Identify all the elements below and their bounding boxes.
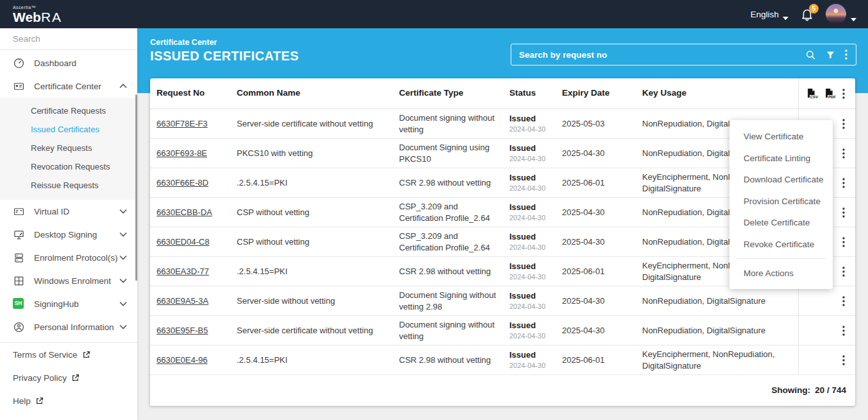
table-row: 6630E95F-B5Server-side certificate witho… <box>150 316 855 346</box>
status-badge: Issued <box>509 290 562 302</box>
menu-item-more-actions[interactable]: More Actions <box>729 261 833 285</box>
table-options-kebab-icon[interactable] <box>842 89 845 99</box>
sidebar-item-label: Enrolment Protocol(s) <box>34 253 119 263</box>
row-actions-kebab-icon[interactable] <box>842 355 845 365</box>
cell-certificate-type: CSR 2.98 without vetting <box>399 266 509 277</box>
cell-common-name: Server-side certificate without vetting <box>237 325 399 337</box>
menu-item-provision-certificate[interactable]: Provision Certificate <box>729 191 833 213</box>
sidebar-item-dashboard[interactable]: Dashboard <box>0 51 137 74</box>
row-actions-kebab-icon[interactable] <box>842 296 845 306</box>
request-no-link[interactable]: 6630E9A5-3A <box>157 296 208 306</box>
personal-information-icon <box>13 321 25 333</box>
cell-certificate-type: Document Signing without vetting 2.98 <box>399 290 509 312</box>
request-no-link[interactable]: 6630F66E-8D <box>157 178 208 188</box>
cell-request-no: 6630E9A5-3A <box>157 295 237 307</box>
row-actions-kebab-icon[interactable] <box>842 119 845 129</box>
status-badge: Issued <box>509 320 562 331</box>
certificate-center-submenu: Certificate RequestsIssued CertificatesR… <box>0 98 137 200</box>
export-csv-button[interactable]: CSV <box>806 88 817 99</box>
sidebar-item-windows-enrolment[interactable]: Windows Enrolment <box>0 269 137 292</box>
request-no-link[interactable]: 6630EA3D-77 <box>157 267 209 276</box>
sidebar-subitem-certificate-requests[interactable]: Certificate Requests <box>0 101 137 120</box>
request-no-link[interactable]: 6630ED04-C8 <box>157 237 209 247</box>
language-selector[interactable]: English <box>751 10 788 19</box>
status-date: 2024-04-30 <box>509 125 562 134</box>
desktop-signing-icon <box>13 229 25 241</box>
sidebar-link-help[interactable]: Help <box>0 389 137 412</box>
menu-item-certificate-linting[interactable]: Certificate Linting <box>729 148 833 170</box>
cell-common-name: CSP without vetting <box>237 207 399 218</box>
sidebar-search-input[interactable] <box>13 34 126 44</box>
showing-count: 20 / 744 <box>815 385 846 395</box>
sidebar-item-signinghub[interactable]: SHSigningHub <box>0 292 137 315</box>
sidebar-link-label: Terms of Service <box>13 350 78 360</box>
cell-expiry-date: 2025-06-01 <box>562 354 642 366</box>
cell-common-name: Server-side without vetting <box>237 295 399 307</box>
sidebar-item-label: Virtual ID <box>34 207 119 216</box>
cell-request-no: 6630E95F-B5 <box>157 325 237 337</box>
request-no-link[interactable]: 6630F78E-F3 <box>157 119 208 128</box>
sidebar-nav: DashboardCertificate CenterCertificate R… <box>0 50 137 338</box>
sidebar-link-privacy-policy[interactable]: Privacy Policy <box>0 366 137 389</box>
sidebar-scrollbar[interactable] <box>135 94 137 281</box>
sidebar-link-terms-of-service[interactable]: Terms of Service <box>0 343 137 366</box>
sidebar-link-about[interactable]: About <box>0 412 137 420</box>
cell-expiry-date: 2025-06-01 <box>562 266 642 277</box>
cell-request-no: 6630ECBB-DA <box>157 207 237 218</box>
request-no-link[interactable]: 6630F693-8E <box>157 148 207 158</box>
sidebar: DashboardCertificate CenterCertificate R… <box>0 28 137 420</box>
cell-common-name: Server-side certificate without vetting <box>237 118 399 130</box>
request-search-input[interactable] <box>511 50 805 60</box>
export-pdf-button[interactable]: PDF <box>824 88 835 99</box>
cell-common-name: .2.5.4.15=PKI <box>237 266 399 277</box>
search-icon[interactable] <box>805 49 816 60</box>
request-no-link[interactable]: 6630E95F-B5 <box>157 326 208 335</box>
menu-item-view-certificate[interactable]: View Certificate <box>729 126 833 148</box>
sidebar-item-label: Windows Enrolment <box>34 276 119 286</box>
row-actions-kebab-icon[interactable] <box>842 178 845 188</box>
user-menu[interactable] <box>826 4 856 24</box>
row-actions-kebab-icon[interactable] <box>842 237 845 247</box>
cell-common-name: PKCS10 with vetting <box>237 148 399 159</box>
sidebar-item-virtual-id[interactable]: Virtual ID <box>0 200 137 223</box>
sidebar-item-certificate-center[interactable]: Certificate Center <box>0 74 137 98</box>
cell-expiry-date: 2025-04-30 <box>562 148 642 159</box>
showing-label: Showing: <box>771 385 810 395</box>
column-header-request-no: Request No <box>157 87 237 99</box>
row-actions-kebab-icon[interactable] <box>842 267 845 277</box>
external-link-icon <box>71 374 80 382</box>
request-no-link[interactable]: 6630ECBB-DA <box>157 207 212 217</box>
sidebar-subitem-rekey-requests[interactable]: Rekey Requests <box>0 139 137 157</box>
cell-expiry-date: 2025-04-30 <box>562 236 642 248</box>
cell-certificate-type: Document Signing using PKCS10 <box>399 142 509 164</box>
menu-item-delete-certificate[interactable]: Delete Certificate <box>729 212 833 234</box>
column-header-status: Status <box>509 87 562 99</box>
sidebar-subitem-label: Reissue Requests <box>31 180 99 190</box>
cell-status: Issued2024-04-30 <box>509 202 562 223</box>
sidebar-subitem-issued-certificates[interactable]: Issued Certificates <box>0 120 137 139</box>
sidebar-subitem-revocation-requests[interactable]: Revocation Requests <box>0 157 137 176</box>
sidebar-item-enrolment-protocol-s[interactable]: Enrolment Protocol(s) <box>0 246 137 269</box>
search-options-kebab-icon[interactable] <box>845 49 847 60</box>
row-actions-kebab-icon[interactable] <box>842 148 845 159</box>
notifications-button[interactable]: 5 <box>800 7 814 21</box>
cell-certificate-type: CSR 2.98 without vetting <box>399 354 509 366</box>
filter-icon[interactable] <box>826 50 835 60</box>
cell-certificate-type: Document signing without vetting <box>399 319 509 342</box>
column-header-key-usage: Key Usage <box>642 87 798 99</box>
sidebar-item-desktop-signing[interactable]: Desktop Signing <box>0 223 137 246</box>
chevron-down-icon <box>119 255 127 260</box>
main-content: Certificate Center ISSUED CERTIFICATES R… <box>137 28 868 420</box>
menu-item-download-certificate[interactable]: Download Certificate <box>729 169 833 191</box>
cell-request-no: 6630EA3D-77 <box>157 266 237 277</box>
cell-status: Issued2024-04-30 <box>509 261 562 282</box>
cell-certificate-type: Document signing without vetting <box>399 112 509 135</box>
sidebar-item-personal-information[interactable]: Personal Information <box>0 315 137 338</box>
sidebar-subitem-reissue-requests[interactable]: Reissue Requests <box>0 176 137 195</box>
status-badge: Issued <box>509 349 562 361</box>
menu-item-revoke-certificate[interactable]: Revoke Certificate <box>729 234 833 256</box>
menu-divider <box>737 258 825 259</box>
row-actions-kebab-icon[interactable] <box>842 326 845 336</box>
request-no-link[interactable]: 6630E0E4-96 <box>157 355 208 365</box>
row-actions-kebab-icon[interactable] <box>842 207 845 218</box>
